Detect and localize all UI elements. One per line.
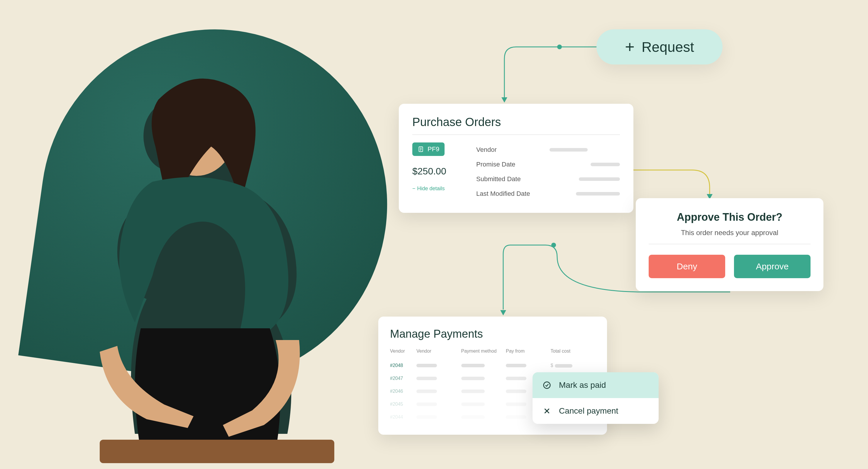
field-label: Last Modified Date [476,190,538,197]
hero-person-image [29,53,381,469]
svg-marker-2 [501,97,507,102]
svg-rect-1 [100,440,334,463]
cancel-payment-item[interactable]: Cancel payment [532,398,659,424]
field-label: Vendor [476,146,538,154]
manage-payments-title: Manage Payments [390,328,595,340]
svg-marker-4 [500,310,506,315]
deny-button[interactable]: Deny [649,255,725,278]
hide-details-link[interactable]: − Hide details [412,186,465,192]
connector-dot [557,44,562,49]
check-circle-icon [542,381,551,389]
minus-icon: − [412,186,415,192]
payment-context-menu: Mark as paid Cancel payment [532,372,659,424]
field-label: Submitted Date [476,175,538,183]
request-button[interactable]: + Request [596,29,722,64]
connector-dot [551,243,556,247]
close-icon [542,407,551,415]
document-icon [417,146,424,152]
request-label: Request [642,39,694,55]
approve-order-card: Approve This Order? This order needs you… [636,198,824,291]
approve-subtitle: This order needs your approval [649,229,810,237]
mark-as-paid-item[interactable]: Mark as paid [532,372,659,398]
approve-button[interactable]: Approve [734,255,810,278]
po-badge[interactable]: PF9 [412,143,444,156]
table-header: Vendor Vendor Payment method Pay from To… [390,348,595,354]
plus-icon: + [625,39,634,55]
purchase-orders-title: Purchase Orders [412,116,620,129]
purchase-orders-card: Purchase Orders PF9 $250.00 − Hide detai… [399,104,633,213]
po-price: $250.00 [412,166,465,177]
table-row[interactable]: #2048 $ [390,359,595,372]
approve-title: Approve This Order? [649,211,810,223]
svg-point-9 [544,382,550,389]
field-label: Promise Date [476,161,538,168]
